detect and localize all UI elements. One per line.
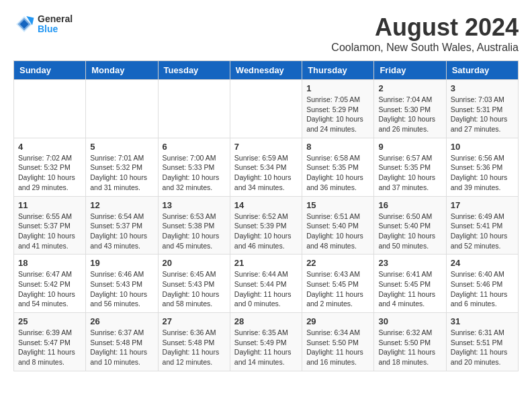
day-number: 28 (234, 316, 298, 326)
calendar-cell: 10Sunrise: 6:56 AMSunset: 5:36 PMDayligh… (446, 138, 518, 196)
day-info: Sunrise: 6:47 AMSunset: 5:42 PMDaylight:… (18, 269, 81, 309)
calendar-cell: 7Sunrise: 6:59 AMSunset: 5:34 PMDaylight… (230, 138, 302, 196)
day-number: 24 (451, 258, 514, 268)
calendar-cell: 22Sunrise: 6:43 AMSunset: 5:45 PMDayligh… (302, 255, 374, 313)
calendar-cell: 30Sunrise: 6:32 AMSunset: 5:50 PMDayligh… (374, 313, 446, 371)
calendar-cell: 3Sunrise: 7:03 AMSunset: 5:31 PMDaylight… (446, 80, 518, 138)
calendar-cell: 27Sunrise: 6:36 AMSunset: 5:48 PMDayligh… (158, 313, 230, 371)
day-number: 26 (90, 316, 153, 326)
day-info: Sunrise: 7:05 AMSunset: 5:29 PMDaylight:… (306, 95, 369, 134)
day-number: 31 (451, 316, 514, 326)
day-info: Sunrise: 6:53 AMSunset: 5:38 PMDaylight:… (163, 212, 226, 251)
day-number: 27 (163, 316, 226, 326)
calendar-cell: 4Sunrise: 7:02 AMSunset: 5:32 PMDaylight… (14, 138, 86, 196)
calendar-cell: 19Sunrise: 6:46 AMSunset: 5:43 PMDayligh… (86, 255, 158, 313)
day-header-tuesday: Tuesday (158, 61, 230, 80)
calendar-cell: 24Sunrise: 6:40 AMSunset: 5:46 PMDayligh… (446, 255, 518, 313)
calendar-cell: 15Sunrise: 6:51 AMSunset: 5:40 PMDayligh… (302, 196, 374, 255)
calendar-cell: 21Sunrise: 6:44 AMSunset: 5:44 PMDayligh… (230, 255, 302, 313)
day-info: Sunrise: 6:51 AMSunset: 5:40 PMDaylight:… (306, 212, 369, 251)
day-header-monday: Monday (86, 61, 158, 80)
logo-icon (13, 13, 35, 35)
day-info: Sunrise: 6:59 AMSunset: 5:34 PMDaylight:… (234, 153, 298, 193)
day-number: 18 (18, 258, 81, 268)
day-number: 16 (378, 200, 441, 210)
day-number: 14 (234, 200, 298, 210)
day-number: 21 (234, 258, 298, 268)
day-info: Sunrise: 6:39 AMSunset: 5:47 PMDaylight:… (18, 328, 81, 367)
week-row-3: 11Sunrise: 6:55 AMSunset: 5:37 PMDayligh… (14, 196, 519, 255)
day-header-wednesday: Wednesday (230, 61, 302, 80)
calendar-cell: 31Sunrise: 6:31 AMSunset: 5:51 PMDayligh… (446, 313, 518, 371)
header-row: SundayMondayTuesdayWednesdayThursdayFrid… (14, 61, 519, 80)
calendar-table: SundayMondayTuesdayWednesdayThursdayFrid… (13, 60, 519, 371)
day-number: 11 (18, 200, 81, 210)
day-number: 30 (378, 316, 441, 326)
day-info: Sunrise: 6:50 AMSunset: 5:40 PMDaylight:… (378, 212, 441, 251)
day-header-saturday: Saturday (446, 61, 518, 80)
week-row-1: 1Sunrise: 7:05 AMSunset: 5:29 PMDaylight… (14, 80, 519, 138)
day-info: Sunrise: 6:54 AMSunset: 5:37 PMDaylight:… (90, 212, 153, 251)
day-info: Sunrise: 6:35 AMSunset: 5:49 PMDaylight:… (234, 328, 298, 367)
calendar-header: SundayMondayTuesdayWednesdayThursdayFrid… (14, 61, 519, 80)
day-info: Sunrise: 6:46 AMSunset: 5:43 PMDaylight:… (90, 269, 153, 309)
day-number: 2 (378, 83, 441, 93)
logo-general: General (38, 14, 73, 24)
day-number: 22 (306, 258, 369, 268)
day-number: 12 (90, 200, 153, 210)
day-info: Sunrise: 7:03 AMSunset: 5:31 PMDaylight:… (451, 95, 514, 134)
week-row-5: 25Sunrise: 6:39 AMSunset: 5:47 PMDayligh… (14, 313, 519, 371)
calendar-cell: 12Sunrise: 6:54 AMSunset: 5:37 PMDayligh… (86, 196, 158, 255)
day-number: 15 (306, 200, 369, 210)
day-info: Sunrise: 7:04 AMSunset: 5:30 PMDaylight:… (378, 95, 441, 134)
day-number: 23 (378, 258, 441, 268)
title-block: August 2024 Coolamon, New South Wales, A… (331, 13, 519, 54)
day-number: 19 (90, 258, 153, 268)
day-info: Sunrise: 7:00 AMSunset: 5:33 PMDaylight:… (163, 153, 226, 193)
calendar-cell: 26Sunrise: 6:37 AMSunset: 5:48 PMDayligh… (86, 313, 158, 371)
calendar-cell: 29Sunrise: 6:34 AMSunset: 5:50 PMDayligh… (302, 313, 374, 371)
calendar-cell: 5Sunrise: 7:01 AMSunset: 5:32 PMDaylight… (86, 138, 158, 196)
day-info: Sunrise: 6:41 AMSunset: 5:45 PMDaylight:… (378, 269, 441, 309)
calendar-cell: 8Sunrise: 6:58 AMSunset: 5:35 PMDaylight… (302, 138, 374, 196)
week-row-2: 4Sunrise: 7:02 AMSunset: 5:32 PMDaylight… (14, 138, 519, 196)
day-number: 5 (90, 142, 153, 152)
calendar-cell: 2Sunrise: 7:04 AMSunset: 5:30 PMDaylight… (374, 80, 446, 138)
day-number: 20 (163, 258, 226, 268)
calendar-cell: 17Sunrise: 6:49 AMSunset: 5:41 PMDayligh… (446, 196, 518, 255)
calendar-cell: 13Sunrise: 6:53 AMSunset: 5:38 PMDayligh… (158, 196, 230, 255)
calendar-cell: 16Sunrise: 6:50 AMSunset: 5:40 PMDayligh… (374, 196, 446, 255)
day-header-sunday: Sunday (14, 61, 86, 80)
day-info: Sunrise: 6:40 AMSunset: 5:46 PMDaylight:… (451, 269, 514, 309)
day-info: Sunrise: 6:58 AMSunset: 5:35 PMDaylight:… (306, 153, 369, 193)
calendar-cell: 1Sunrise: 7:05 AMSunset: 5:29 PMDaylight… (302, 80, 374, 138)
day-info: Sunrise: 6:55 AMSunset: 5:37 PMDaylight:… (18, 212, 81, 251)
calendar-cell (86, 80, 158, 138)
calendar-body: 1Sunrise: 7:05 AMSunset: 5:29 PMDaylight… (14, 80, 519, 371)
week-row-4: 18Sunrise: 6:47 AMSunset: 5:42 PMDayligh… (14, 255, 519, 313)
logo-text: General Blue (38, 14, 73, 35)
day-number: 17 (451, 200, 514, 210)
calendar-cell (158, 80, 230, 138)
day-number: 13 (163, 200, 226, 210)
day-number: 1 (306, 83, 369, 93)
day-number: 6 (163, 142, 226, 152)
day-number: 7 (234, 142, 298, 152)
day-info: Sunrise: 6:52 AMSunset: 5:39 PMDaylight:… (234, 212, 298, 251)
day-info: Sunrise: 6:57 AMSunset: 5:35 PMDaylight:… (378, 153, 441, 193)
day-number: 9 (378, 142, 441, 152)
calendar-cell: 9Sunrise: 6:57 AMSunset: 5:35 PMDaylight… (374, 138, 446, 196)
day-number: 3 (451, 83, 514, 93)
calendar-cell: 28Sunrise: 6:35 AMSunset: 5:49 PMDayligh… (230, 313, 302, 371)
day-info: Sunrise: 6:31 AMSunset: 5:51 PMDaylight:… (451, 328, 514, 367)
calendar-cell (14, 80, 86, 138)
calendar-cell: 18Sunrise: 6:47 AMSunset: 5:42 PMDayligh… (14, 255, 86, 313)
day-info: Sunrise: 6:32 AMSunset: 5:50 PMDaylight:… (378, 328, 441, 367)
day-info: Sunrise: 6:37 AMSunset: 5:48 PMDaylight:… (90, 328, 153, 367)
day-info: Sunrise: 6:36 AMSunset: 5:48 PMDaylight:… (163, 328, 226, 367)
day-header-thursday: Thursday (302, 61, 374, 80)
day-info: Sunrise: 7:02 AMSunset: 5:32 PMDaylight:… (18, 153, 81, 193)
logo: General Blue (13, 13, 73, 35)
page-header: General Blue August 2024 Coolamon, New S… (13, 13, 519, 54)
day-info: Sunrise: 6:34 AMSunset: 5:50 PMDaylight:… (306, 328, 369, 367)
